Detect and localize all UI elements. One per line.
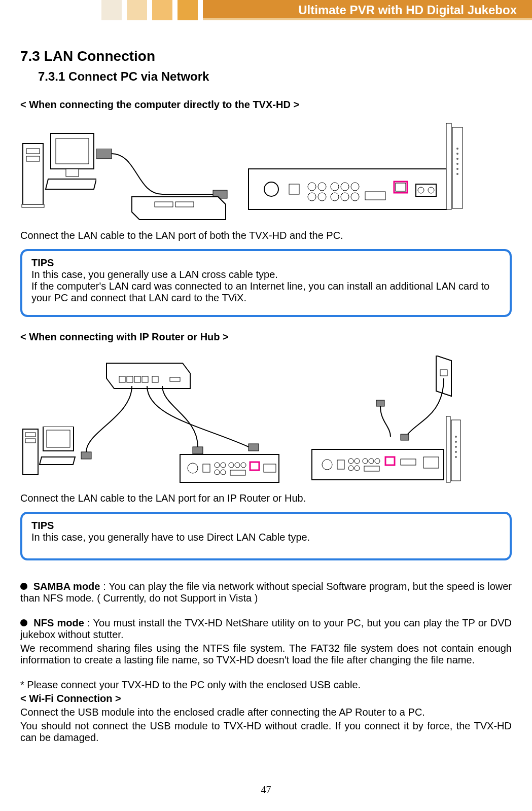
tips-box-2: TIPS In this case, you generally have to… <box>20 512 512 560</box>
adapter-box-icon <box>127 192 228 222</box>
tips2-title: TIPS <box>31 520 501 532</box>
svg-rect-52 <box>180 454 279 482</box>
header-accent-3 <box>152 0 172 20</box>
page-header-title: Ultimate PVR with HD Digital Jukebox <box>203 0 532 20</box>
tips2-line1: In this case, you generally have to use … <box>31 532 501 543</box>
svg-point-34 <box>456 158 458 160</box>
bullet-icon <box>20 583 27 590</box>
tvx-device-small-1-icon <box>178 447 284 487</box>
subsection-heading: 7.3.1 Connect PC via Network <box>20 69 512 84</box>
svg-point-35 <box>456 163 458 165</box>
svg-point-37 <box>456 173 458 175</box>
section-heading: 7.3 LAN Connection <box>20 48 512 64</box>
svg-rect-4 <box>56 138 89 164</box>
tips-box-1: TIPS In this case, you generally use a L… <box>20 249 512 317</box>
svg-point-32 <box>456 148 458 150</box>
recommendation-text: We recommend sharing files using the NTF… <box>20 643 512 666</box>
svg-rect-5 <box>66 169 79 177</box>
svg-point-36 <box>456 168 458 170</box>
wifi-line2: You should not connect the USB module to… <box>20 720 512 744</box>
svg-rect-42 <box>47 430 70 447</box>
svg-rect-83 <box>451 420 460 481</box>
header-band: Ultimate PVR with HD Digital Jukebox <box>0 0 532 20</box>
svg-point-84 <box>455 436 457 438</box>
svg-point-86 <box>455 446 457 448</box>
samba-mode-label: SAMBA mode <box>33 581 100 592</box>
svg-point-33 <box>456 153 458 155</box>
svg-point-88 <box>455 456 457 458</box>
pc-icon-2 <box>20 427 76 487</box>
svg-rect-0 <box>23 144 43 204</box>
wifi-heading: < Wi-Fi Connection > <box>20 693 121 704</box>
svg-rect-68 <box>312 449 444 480</box>
tvx-device-wall-icon <box>299 356 487 487</box>
svg-rect-30 <box>446 123 451 209</box>
usb-note-text: * Please connect your TVX-HD to the PC o… <box>20 679 512 691</box>
tips1-line1: In this case, you generally use a LAN cr… <box>31 269 501 280</box>
scenario1-heading: < When connecting the computer directly … <box>20 99 512 111</box>
svg-point-87 <box>455 451 457 453</box>
bullet-icon <box>20 619 27 626</box>
tips1-title: TIPS <box>31 257 501 269</box>
page-number: 47 <box>0 784 532 796</box>
svg-rect-82 <box>446 416 450 482</box>
svg-rect-66 <box>376 400 384 406</box>
wifi-line1: Connect the USB module into the enclosed… <box>20 707 512 718</box>
diagram-direct-connection <box>20 118 512 225</box>
scenario2-heading: < When connecting with IP Router or Hub … <box>20 331 512 343</box>
header-accent-4 <box>178 0 198 20</box>
header-accent-1 <box>101 0 122 20</box>
svg-point-85 <box>455 441 457 443</box>
scenario2-caption: Connect the LAN cable to the LAN port fo… <box>20 492 512 504</box>
scenario1-caption: Connect the LAN cable to the LAN port of… <box>20 230 512 241</box>
modes-section: SAMBA mode : You can play the file via n… <box>20 581 512 744</box>
tvx-hd-device-icon <box>243 118 467 220</box>
svg-rect-49 <box>81 452 91 459</box>
tips1-line2: If the computer's LAN card was connected… <box>31 280 501 304</box>
svg-rect-7 <box>96 149 112 159</box>
pc-icon <box>20 128 96 215</box>
diagram-router-connection <box>20 350 512 487</box>
nfs-mode-text: : You must install the TVX-HD NetShare u… <box>20 617 512 640</box>
nfs-mode-label: NFS mode <box>33 617 84 628</box>
svg-rect-67 <box>401 434 409 440</box>
header-accent-2 <box>127 0 147 20</box>
svg-rect-6 <box>22 204 44 207</box>
